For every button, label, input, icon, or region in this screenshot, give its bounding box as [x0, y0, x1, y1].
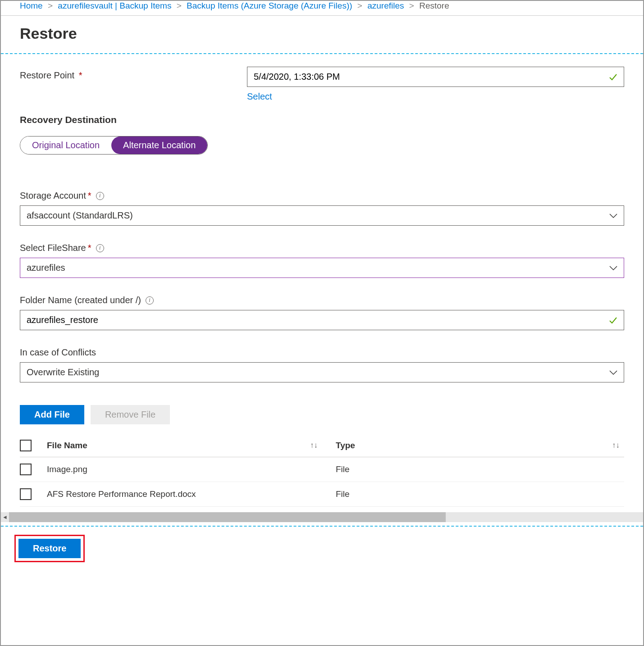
chevron-right-icon: >	[177, 1, 182, 10]
original-location-option[interactable]: Original Location	[20, 136, 111, 154]
restore-point-input[interactable]	[247, 67, 624, 87]
info-icon[interactable]: i	[96, 244, 104, 252]
row-checkbox[interactable]	[20, 488, 32, 500]
breadcrumb-link[interactable]: azurefiles	[367, 1, 404, 10]
scroll-left-icon[interactable]: ◄	[1, 512, 9, 522]
breadcrumb-link[interactable]: azurefilesvault | Backup Items	[58, 1, 171, 10]
restore-highlight: Restore	[14, 535, 85, 562]
sort-icon[interactable]: ↑↓	[310, 441, 318, 450]
file-name-cell: AFS Restore Performance Report.docx	[47, 489, 196, 499]
alternate-location-option[interactable]: Alternate Location	[111, 136, 207, 154]
chevron-right-icon: >	[409, 1, 414, 10]
column-header-type[interactable]: Type	[336, 441, 355, 450]
conflicts-label: In case of Conflicts	[20, 347, 96, 358]
file-type-cell: File	[336, 489, 350, 499]
select-all-checkbox[interactable]	[20, 440, 32, 451]
fileshare-dropdown[interactable]: azurefiles	[20, 258, 624, 278]
required-indicator: *	[79, 70, 82, 80]
file-name-cell: Image.png	[47, 464, 87, 474]
storage-account-label: Storage Account	[20, 191, 86, 201]
conflicts-dropdown[interactable]: Overwrite Existing	[20, 362, 624, 382]
column-header-filename[interactable]: File Name	[47, 441, 87, 450]
restore-point-label: Restore Point	[20, 70, 74, 80]
chevron-right-icon: >	[48, 1, 53, 10]
sort-icon[interactable]: ↑↓	[612, 441, 620, 450]
required-indicator: *	[88, 191, 91, 201]
file-table: File Name ↑↓ Type ↑↓ Image.png File AFS …	[20, 434, 624, 507]
breadcrumb-current: Restore	[419, 1, 449, 10]
fileshare-label: Select FileShare	[20, 243, 86, 253]
recovery-destination-label: Recovery Destination	[20, 114, 624, 125]
scrollbar-thumb[interactable]	[9, 512, 446, 522]
page-title: Restore	[1, 25, 643, 53]
horizontal-scrollbar[interactable]: ◄	[1, 512, 643, 522]
table-row[interactable]: Image.png File	[20, 457, 624, 482]
breadcrumb: Home > azurefilesvault | Backup Items > …	[1, 1, 643, 16]
info-icon[interactable]: i	[146, 296, 154, 305]
recovery-destination-toggle: Original Location Alternate Location	[20, 136, 208, 155]
breadcrumb-link[interactable]: Home	[20, 1, 43, 10]
row-checkbox[interactable]	[20, 464, 32, 475]
folder-name-input[interactable]	[20, 310, 624, 330]
info-icon[interactable]: i	[96, 192, 104, 200]
table-row[interactable]: AFS Restore Performance Report.docx File	[20, 482, 624, 507]
separator	[1, 526, 643, 527]
folder-name-label: Folder Name (created under /)	[20, 295, 141, 305]
chevron-right-icon: >	[357, 1, 362, 10]
restore-button[interactable]: Restore	[18, 539, 81, 558]
select-link[interactable]: Select	[247, 91, 272, 102]
storage-account-dropdown[interactable]: afsaccount (StandardLRS)	[20, 205, 624, 226]
required-indicator: *	[88, 243, 91, 253]
add-file-button[interactable]: Add File	[20, 405, 84, 424]
file-type-cell: File	[336, 464, 350, 474]
breadcrumb-link[interactable]: Backup Items (Azure Storage (Azure Files…	[187, 1, 352, 10]
separator	[1, 53, 643, 54]
remove-file-button: Remove File	[91, 405, 170, 424]
